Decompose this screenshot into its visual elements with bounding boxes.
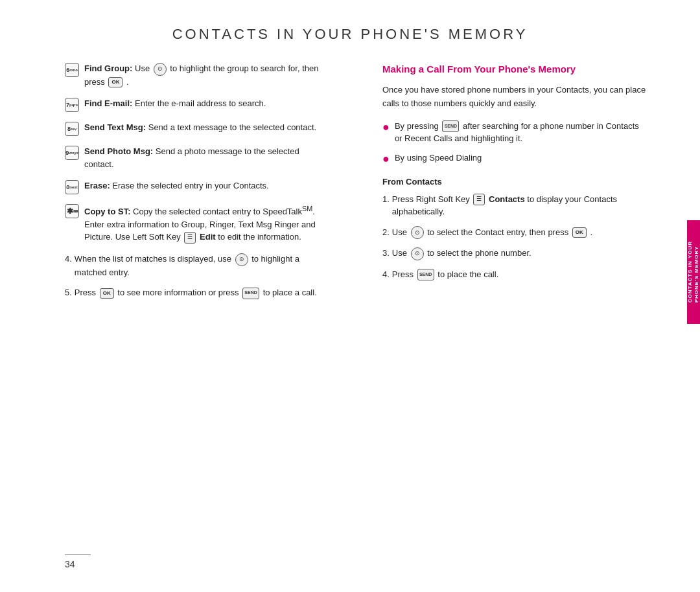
ok-icon-step5: OK: [100, 288, 114, 299]
ok-icon-step2: OK: [572, 227, 587, 238]
list-item: 7pqrs Find E-mail: Enter the e-mail addr…: [65, 97, 331, 112]
step-2-text: Use ⊙ to select the Contact entry, then …: [392, 226, 648, 240]
sidebar-tab: CONTACTS IN YOURPHONE'S MEMORY: [687, 220, 700, 324]
step-1-text: Press Right Soft Key ☰ Contacts to displ…: [392, 193, 648, 218]
step-5-item: 5. Press OK to see more information or p…: [65, 286, 331, 299]
step-4-right-text: Press SEND to place the call.: [392, 268, 648, 281]
from-contacts-heading: From Contacts: [382, 177, 648, 187]
list-item: 0next Erase: Erase the selected entry in…: [65, 179, 331, 194]
left-column: 6mno Find Group: Use ⊙ to highlight the …: [65, 62, 344, 307]
bullet-item-2: ● By using Speed Dialing: [382, 152, 648, 168]
intro-text: Once you have stored phone numbers in yo…: [382, 84, 648, 111]
step-3-num: 3.: [382, 247, 390, 260]
list-item: 8tuv Send Text Msg: Send a text message …: [65, 121, 331, 136]
left-soft-key-icon: ☰: [184, 232, 196, 244]
bullet-1-text: By pressing SEND after searching for a p…: [395, 120, 648, 145]
from-contacts-step-2: 2. Use ⊙ to select the Contact entry, th…: [382, 226, 648, 240]
find-group-text: Find Group: Use ⊙ to highlight the group…: [84, 62, 331, 88]
key-9-icon: 9wxyz: [65, 146, 79, 160]
right-column: Making a Call From Your Phone's Memory O…: [369, 62, 648, 307]
step-4-item: 4. When the list of matches is displayed…: [65, 253, 331, 279]
section-title: Making a Call From Your Phone's Memory: [382, 62, 648, 76]
bullet-dot-1: ●: [382, 119, 390, 136]
list-item: 6mno Find Group: Use ⊙ to highlight the …: [65, 62, 331, 88]
from-contacts-step-3: 3. Use ⊙ to select the phone number.: [382, 247, 648, 260]
step-4-right-num: 4.: [382, 268, 390, 281]
bullet-list: ● By pressing SEND after searching for a…: [382, 120, 648, 168]
nav-icon-step4: ⊙: [235, 253, 248, 266]
step-3-text: Use ⊙ to select the phone number.: [392, 247, 648, 260]
page-divider: [65, 554, 91, 555]
send-icon-step4: SEND: [417, 269, 434, 280]
key-0-icon: 0next: [65, 180, 79, 194]
bullet-dot-2: ●: [382, 150, 390, 168]
send-text-msg-text: Send Text Msg: Send a text message to th…: [84, 121, 331, 134]
step-1-num: 1.: [382, 193, 390, 206]
send-icon-bullet: SEND: [442, 120, 459, 132]
find-email-text: Find E-mail: Enter the e-mail address to…: [84, 97, 331, 110]
key-star-icon: ✱⌨: [65, 204, 79, 218]
erase-text: Erase: Erase the selected entry in your …: [84, 179, 331, 192]
step-4-num: 4.: [65, 253, 72, 266]
key-6-icon: 6mno: [65, 63, 79, 77]
send-icon-step5: SEND: [242, 288, 259, 299]
step-4-text: When the list of matches is displayed, u…: [75, 253, 331, 279]
page-title: CONTACTS IN YOUR PHONE'S MEMORY: [0, 0, 700, 62]
list-item: ✱⌨ Copy to ST: Copy the selected contact…: [65, 203, 331, 244]
bullet-item-1: ● By pressing SEND after searching for a…: [382, 120, 648, 145]
step-5-text: Press OK to see more information or pres…: [75, 286, 331, 299]
from-contacts-step-1: 1. Press Right Soft Key ☰ Contacts to di…: [382, 193, 648, 218]
send-photo-msg-text: Send Photo Msg: Send a photo message to …: [84, 145, 331, 170]
nav-icon: ⊙: [154, 63, 167, 76]
page-number-section: 34: [65, 554, 91, 569]
nav-icon-step2: ⊙: [411, 226, 424, 239]
page-number: 34: [65, 559, 91, 569]
key-8-icon: 8tuv: [65, 122, 79, 136]
ok-icon: OK: [108, 77, 122, 87]
list-item: 9wxyz Send Photo Msg: Send a photo messa…: [65, 145, 331, 170]
right-soft-key-icon-1: ☰: [473, 194, 485, 205]
step-5-num: 5.: [65, 286, 72, 299]
bullet-2-text: By using Speed Dialing: [395, 152, 482, 165]
copy-to-st-text: Copy to ST: Copy the selected contact en…: [84, 203, 331, 244]
nav-icon-step3: ⊙: [411, 247, 424, 260]
sidebar-tab-text: CONTACTS IN YOURPHONE'S MEMORY: [687, 241, 700, 302]
key-7-icon: 7pqrs: [65, 98, 79, 112]
from-contacts-step-4: 4. Press SEND to place the call.: [382, 268, 648, 281]
step-2-num: 2.: [382, 226, 390, 239]
